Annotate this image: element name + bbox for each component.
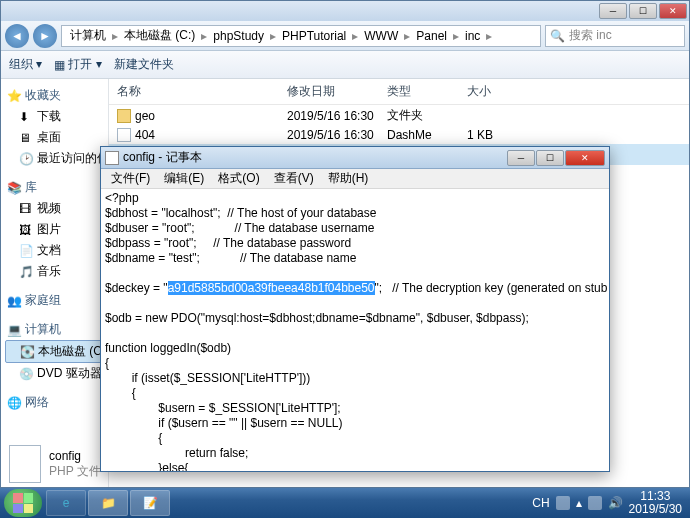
taskbar: e 📁 📝 CH ▴ 🔊 11:33 2019/5/30 <box>0 488 690 518</box>
maximize-button[interactable]: ☐ <box>629 3 657 19</box>
close-button[interactable]: ✕ <box>565 150 605 166</box>
sidebar-item-desktop[interactable]: 🖥桌面 <box>5 127 104 148</box>
recent-icon: 🕑 <box>19 152 33 166</box>
breadcrumb[interactable]: 计算机▸ 本地磁盘 (C:)▸ phpStudy▸ PHPTutorial▸ W… <box>61 25 541 47</box>
taskbar-explorer[interactable]: 📁 <box>88 490 128 516</box>
file-list-header: 名称 修改日期 类型 大小 <box>109 79 689 105</box>
download-icon: ⬇ <box>19 110 33 124</box>
music-icon: 🎵 <box>19 265 33 279</box>
minimize-button[interactable]: ─ <box>507 150 535 166</box>
preview-type: PHP 文件 <box>49 463 101 480</box>
sidebar-item-dvd[interactable]: 💿DVD 驱动器 (D:) <box>5 363 104 384</box>
document-icon: 📄 <box>19 244 33 258</box>
explorer-toolbar: 组织 ▾ ▦打开 ▾ 新建文件夹 <box>1 51 689 79</box>
breadcrumb-item[interactable]: inc <box>461 29 484 43</box>
search-placeholder: 搜索 inc <box>569 27 612 44</box>
col-size[interactable]: 大小 <box>467 83 527 100</box>
desktop-icon: 🖥 <box>19 131 33 145</box>
sidebar-item-downloads[interactable]: ⬇下载 <box>5 106 104 127</box>
menu-format[interactable]: 格式(O) <box>212 170 265 187</box>
col-type[interactable]: 类型 <box>387 83 467 100</box>
breadcrumb-item[interactable]: phpStudy <box>209 29 268 43</box>
sidebar-network[interactable]: 🌐网络 <box>5 392 104 413</box>
tray-lang[interactable]: CH <box>532 496 549 510</box>
sidebar-item-disk-c[interactable]: 💽本地磁盘 (C:) <box>5 340 104 363</box>
sidebar-libraries[interactable]: 📚库 <box>5 177 104 198</box>
preview-name: config <box>49 449 101 463</box>
selected-text: a91d5885bd00a39fbeea48b1f04bbe50 <box>168 281 375 295</box>
disk-icon: 💽 <box>20 345 34 359</box>
homegroup-icon: 👥 <box>7 294 21 308</box>
tray-chevron-icon[interactable]: ▴ <box>576 496 582 510</box>
dvd-icon: 💿 <box>19 367 33 381</box>
explorer-titlebar: ─ ☐ ✕ <box>1 1 689 21</box>
picture-icon: 🖼 <box>19 223 33 237</box>
sidebar-favorites[interactable]: ⭐收藏夹 <box>5 85 104 106</box>
menu-file[interactable]: 文件(F) <box>105 170 156 187</box>
tray-icon[interactable] <box>556 496 570 510</box>
breadcrumb-item[interactable]: 计算机 <box>66 27 110 44</box>
menu-edit[interactable]: 编辑(E) <box>158 170 210 187</box>
notepad-titlebar[interactable]: config - 记事本 ─ ☐ ✕ <box>101 147 609 169</box>
file-icon <box>117 128 131 142</box>
explorer-sidebar: ⭐收藏夹 ⬇下载 🖥桌面 🕑最近访问的位置 📚库 🎞视频 🖼图片 📄文档 🎵音乐… <box>1 79 109 487</box>
system-tray: CH ▴ 🔊 11:33 2019/5/30 <box>532 490 686 516</box>
menu-view[interactable]: 查看(V) <box>268 170 320 187</box>
library-icon: 📚 <box>7 181 21 195</box>
close-button[interactable]: ✕ <box>659 3 687 19</box>
notepad-icon: 📝 <box>143 496 158 510</box>
flag-icon[interactable] <box>588 496 602 510</box>
newfolder-button[interactable]: 新建文件夹 <box>114 56 174 73</box>
sidebar-item-pictures[interactable]: 🖼图片 <box>5 219 104 240</box>
sidebar-item-documents[interactable]: 📄文档 <box>5 240 104 261</box>
file-row[interactable]: geo2019/5/16 16:30文件夹 <box>109 105 689 126</box>
preview-pane: config PHP 文件 <box>9 445 101 483</box>
sidebar-item-videos[interactable]: 🎞视频 <box>5 198 104 219</box>
breadcrumb-item[interactable]: PHPTutorial <box>278 29 350 43</box>
windows-logo-icon <box>13 493 33 513</box>
col-date[interactable]: 修改日期 <box>287 83 387 100</box>
start-button[interactable] <box>4 489 42 517</box>
minimize-button[interactable]: ─ <box>599 3 627 19</box>
search-icon: 🔍 <box>550 29 565 43</box>
explorer-navbar: ◄ ► 计算机▸ 本地磁盘 (C:)▸ phpStudy▸ PHPTutoria… <box>1 21 689 51</box>
sidebar-item-music[interactable]: 🎵音乐 <box>5 261 104 282</box>
folder-icon: 📁 <box>101 496 116 510</box>
nav-forward-button[interactable]: ► <box>33 24 57 48</box>
notepad-icon <box>105 151 119 165</box>
sidebar-computer[interactable]: 💻计算机 <box>5 319 104 340</box>
open-button[interactable]: ▦打开 ▾ <box>54 56 101 73</box>
breadcrumb-item[interactable]: Panel <box>412 29 451 43</box>
network-icon: 🌐 <box>7 396 21 410</box>
search-input[interactable]: 🔍 搜索 inc <box>545 25 685 47</box>
star-icon: ⭐ <box>7 89 21 103</box>
file-icon <box>9 445 41 483</box>
organize-button[interactable]: 组织 ▾ <box>9 56 42 73</box>
notepad-text-area[interactable]: <?php $dbhost = "localhost"; // The host… <box>101 189 609 471</box>
breadcrumb-item[interactable]: WWW <box>360 29 402 43</box>
sidebar-item-recent[interactable]: 🕑最近访问的位置 <box>5 148 104 169</box>
maximize-button[interactable]: ☐ <box>536 150 564 166</box>
taskbar-ie[interactable]: e <box>46 490 86 516</box>
computer-icon: 💻 <box>7 323 21 337</box>
notepad-window: config - 记事本 ─ ☐ ✕ 文件(F) 编辑(E) 格式(O) 查看(… <box>100 146 610 472</box>
breadcrumb-item[interactable]: 本地磁盘 (C:) <box>120 27 199 44</box>
video-icon: 🎞 <box>19 202 33 216</box>
taskbar-notepad[interactable]: 📝 <box>130 490 170 516</box>
ie-icon: e <box>63 496 70 510</box>
open-icon: ▦ <box>54 58 65 72</box>
sidebar-homegroup[interactable]: 👥家庭组 <box>5 290 104 311</box>
file-row[interactable]: 4042019/5/16 16:30DashMe1 KB <box>109 126 689 144</box>
folder-icon <box>117 109 131 123</box>
tray-clock[interactable]: 11:33 2019/5/30 <box>629 490 682 516</box>
col-name[interactable]: 名称 <box>117 83 287 100</box>
menu-help[interactable]: 帮助(H) <box>322 170 375 187</box>
notepad-title: config - 记事本 <box>123 149 202 166</box>
notepad-menubar: 文件(F) 编辑(E) 格式(O) 查看(V) 帮助(H) <box>101 169 609 189</box>
nav-back-button[interactable]: ◄ <box>5 24 29 48</box>
speaker-icon[interactable]: 🔊 <box>608 496 623 510</box>
